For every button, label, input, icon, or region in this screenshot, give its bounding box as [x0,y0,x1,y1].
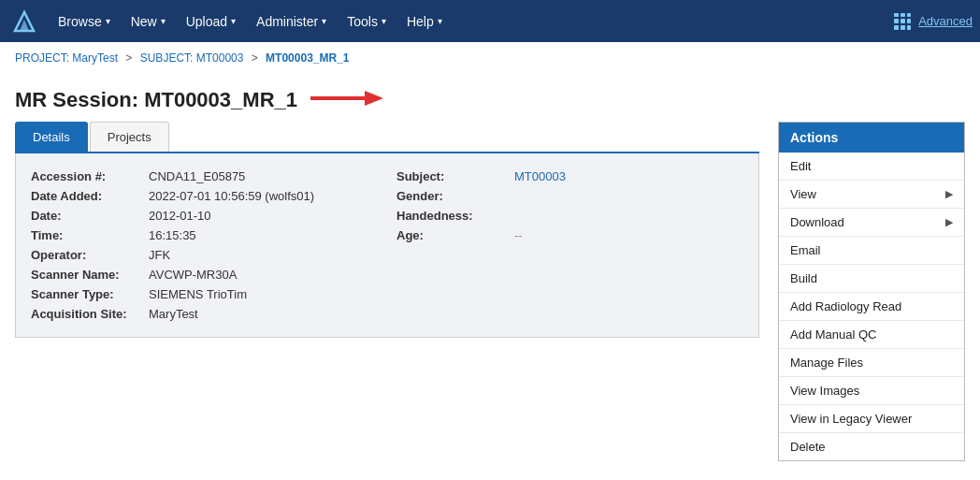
action-email[interactable]: Email [779,237,964,265]
action-edit[interactable]: Edit [779,153,964,181]
scanner-type-value: SIEMENS TrioTim [149,287,247,301]
help-arrow-icon: ▾ [438,16,442,26]
field-date: Date: 2012-01-10 [31,206,378,225]
tabs: Details Projects [15,122,759,153]
new-arrow-icon: ▾ [161,16,166,26]
arrow-indicator-icon [310,85,385,114]
operator-label: Operator: [31,248,143,262]
nav-upload[interactable]: Upload ▾ [177,8,245,35]
field-operator: Operator: JFK [31,245,378,265]
upload-arrow-icon: ▾ [231,16,236,26]
svg-marker-3 [365,91,383,106]
field-age: Age: -- [396,225,743,245]
field-subject: Subject: MT00003 [396,167,743,186]
field-scanner-name: Scanner Name: AVCWP-MR30A [31,265,378,284]
action-view[interactable]: View ▶ [779,181,964,209]
actions-list: Edit View ▶ Download ▶ Email Build Add R… [779,153,964,460]
field-accession: Accession #: CNDA11_E05875 [31,167,378,186]
action-add-radiology-read[interactable]: Add Radiology Read [779,293,964,321]
scanner-name-label: Scanner Name: [31,268,143,282]
date-label: Date: [31,209,143,223]
svg-marker-1 [20,20,29,31]
field-gender: Gender: [396,186,743,206]
subject-value[interactable]: MT00003 [514,169,566,183]
advanced-button[interactable]: Advanced [918,14,973,28]
subject-label: Subject: [396,169,509,183]
field-handedness: Handedness: [396,206,743,225]
action-view-images[interactable]: View Images [779,377,964,405]
administer-arrow-icon: ▾ [322,16,326,26]
date-value: 2012-01-10 [149,209,211,223]
handedness-label: Handedness: [396,209,509,223]
field-date-added: Date Added: 2022-07-01 10:56:59 (wolfs01… [31,186,378,206]
scanner-name-value: AVCWP-MR30A [149,268,237,282]
accession-label: Accession #: [31,169,143,183]
breadcrumb: PROJECT: MaryTest > SUBJECT: MT00003 > M… [0,42,980,74]
action-download[interactable]: Download ▶ [779,209,964,237]
operator-value: JFK [149,248,170,262]
logo [7,5,41,38]
acquisition-site-value: MaryTest [149,307,198,321]
acquisition-site-label: Acquisition Site: [31,307,143,321]
accession-value: CNDA11_E05875 [149,169,245,183]
navbar-right: Advanced [894,13,973,30]
breadcrumb-sep-2: > [252,51,261,65]
details-right: Subject: MT00003 Gender: Handedness: Age… [396,167,743,324]
nav-browse[interactable]: Browse ▾ [49,8,120,35]
browse-arrow-icon: ▾ [106,16,110,26]
action-add-manual-qc[interactable]: Add Manual QC [779,321,964,349]
navbar: Browse ▾ New ▾ Upload ▾ Administer ▾ Too… [0,0,980,42]
gender-label: Gender: [396,189,509,203]
actions-header: Actions [779,123,964,153]
action-build[interactable]: Build [779,265,964,293]
grid-view-icon [894,13,911,30]
page-title-area: MR Session: MT00003_MR_1 [0,74,980,122]
date-added-value: 2022-07-01 10:56:59 (wolfs01) [149,189,314,203]
action-manage-files[interactable]: Manage Files [779,349,964,377]
field-time: Time: 16:15:35 [31,225,378,245]
breadcrumb-subject[interactable]: SUBJECT: MT00003 [140,51,244,65]
breadcrumb-project[interactable]: PROJECT: MaryTest [15,51,118,65]
age-value: -- [514,228,523,242]
details-grid: Accession #: CNDA11_E05875 Date Added: 2… [31,167,743,324]
date-added-label: Date Added: [31,189,143,203]
details-left: Accession #: CNDA11_E05875 Date Added: 2… [31,167,378,324]
action-view-legacy-viewer[interactable]: View in Legacy Viewer [779,405,964,433]
age-label: Age: [396,228,509,242]
page-title: MR Session: MT00003_MR_1 [15,88,297,112]
tab-projects[interactable]: Projects [90,122,169,152]
main-layout: Details Projects Accession #: CNDA11_E05… [0,122,980,476]
breadcrumb-sep-1: > [125,51,135,65]
nav-new[interactable]: New ▾ [122,8,175,35]
content-area: Details Projects Accession #: CNDA11_E05… [15,122,759,338]
nav-menu: Browse ▾ New ▾ Upload ▾ Administer ▾ Too… [49,8,894,35]
action-delete[interactable]: Delete [779,433,964,460]
nav-tools[interactable]: Tools ▾ [338,8,396,35]
field-scanner-type: Scanner Type: SIEMENS TrioTim [31,284,378,304]
scanner-type-label: Scanner Type: [31,287,143,301]
time-value: 16:15:35 [149,228,196,242]
view-arrow-icon: ▶ [945,188,953,200]
field-acquisition-site: Acquisition Site: MaryTest [31,304,378,324]
breadcrumb-current: MT00003_MR_1 [266,51,349,65]
nav-help[interactable]: Help ▾ [397,8,452,35]
download-arrow-icon: ▶ [945,216,953,228]
tab-details[interactable]: Details [15,122,88,152]
actions-panel: Actions Edit View ▶ Download ▶ Email Bui… [778,122,965,461]
details-panel: Accession #: CNDA11_E05875 Date Added: 2… [15,153,759,338]
tools-arrow-icon: ▾ [382,16,386,26]
time-label: Time: [31,228,143,242]
nav-administer[interactable]: Administer ▾ [247,8,336,35]
